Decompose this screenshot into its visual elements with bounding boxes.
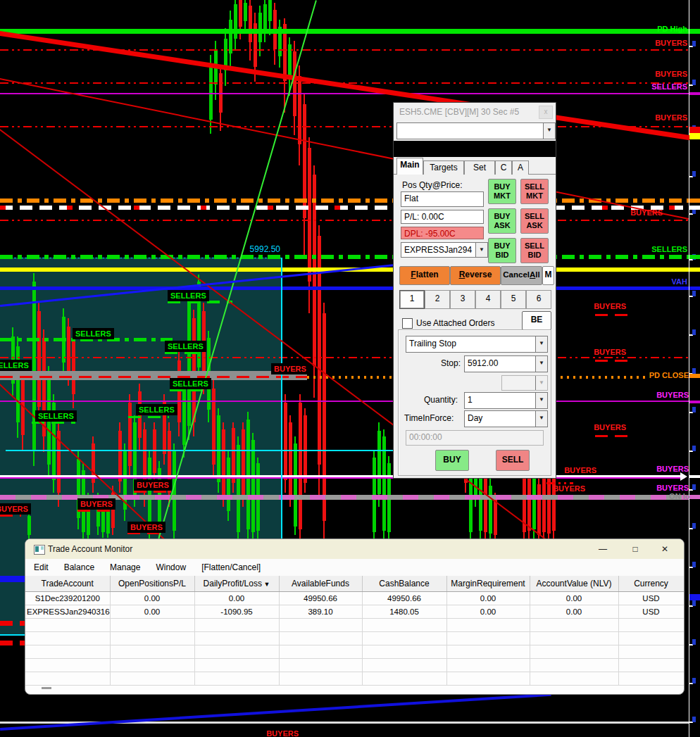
scale-label-fragment	[692, 291, 696, 296]
chevron-down-icon[interactable]: ▼	[535, 393, 547, 408]
table-row-empty[interactable]	[25, 619, 684, 632]
buy-bid-button[interactable]: BUYBID	[488, 238, 516, 263]
cell: 0.00	[446, 592, 530, 605]
scale-price-marker	[689, 286, 700, 290]
close-icon[interactable]: x	[539, 106, 553, 119]
pl-field[interactable]: P/L: 0.00C	[401, 210, 484, 224]
tab-c[interactable]: C	[495, 160, 512, 175]
qty-preset-1[interactable]: 1	[399, 290, 425, 309]
chevron-down-icon[interactable]: ▼	[535, 411, 547, 427]
table-row-empty[interactable]	[25, 672, 684, 686]
cell	[110, 659, 194, 672]
chevron-down-icon[interactable]: ▼	[535, 336, 547, 352]
candle	[239, 0, 242, 27]
menu-item-window[interactable]: Window	[156, 562, 186, 572]
qty-preset-4[interactable]: 4	[475, 290, 501, 309]
scale-price-marker	[689, 133, 700, 139]
qty-preset-5[interactable]: 5	[501, 290, 526, 309]
sell-button[interactable]: SELL	[496, 450, 530, 471]
column-header[interactable]: OpenPositionsP/L	[110, 576, 194, 592]
tab-a[interactable]: A	[512, 160, 529, 175]
account-combo[interactable]: EXPRESSJan294 ▼	[401, 242, 488, 258]
buy-ask-button[interactable]: BUYASK	[488, 208, 516, 234]
minimize-icon[interactable]: —	[591, 542, 615, 556]
table-row[interactable]: EXPRESSJan294031640.00-1090.95389.101480…	[25, 605, 684, 619]
cell: 389.10	[279, 605, 362, 619]
menu-item-manage[interactable]: Manage	[110, 562, 140, 572]
scale-price-marker	[689, 206, 700, 210]
menu-item-balance[interactable]: Balance	[64, 562, 94, 572]
chevron-down-icon[interactable]: ▼	[475, 243, 487, 257]
column-header[interactable]: CashBalance	[362, 576, 446, 592]
maximize-icon[interactable]: □	[623, 542, 647, 556]
dom-titlebar[interactable]: ESH5.CME [CBV][M] 30 Sec #5 x	[394, 103, 556, 121]
menu-item-flattencancel[interactable]: [Flatten/Cancel]	[201, 562, 261, 572]
sellers-label: SELLERS	[170, 378, 211, 389]
chevron-down-icon: ▼	[535, 376, 547, 390]
cell: USD	[618, 592, 684, 605]
scale-price-marker	[689, 92, 700, 95]
use-attached-orders-checkbox[interactable]	[402, 318, 413, 329]
cell	[25, 672, 110, 686]
scale-price-marker	[689, 255, 700, 259]
candle	[537, 484, 541, 535]
cell	[446, 659, 530, 672]
tam-titlebar[interactable]: Trade Account Monitor — □ ✕	[25, 539, 684, 559]
menu-item-edit[interactable]: Edit	[34, 562, 49, 572]
m-button[interactable]: M	[542, 266, 554, 285]
cell	[25, 619, 110, 632]
horizontal-scrollbar-thumb[interactable]	[42, 687, 51, 689]
qty-preset-2[interactable]: 2	[425, 290, 450, 309]
cell	[530, 619, 618, 632]
column-header[interactable]: TradeAccount	[25, 576, 110, 592]
cell	[446, 672, 530, 686]
cell: 0.00	[194, 592, 279, 605]
sell-bid-button[interactable]: SELLBID	[520, 238, 549, 263]
sell-ask-button[interactable]: SELLASK	[520, 208, 549, 234]
qty-preset-6[interactable]: 6	[526, 290, 551, 309]
pos-qty-field[interactable]: Flat	[401, 191, 484, 207]
qty-preset-3[interactable]: 3	[450, 290, 475, 309]
chevron-down-icon[interactable]: ▼	[543, 123, 555, 139]
chevron-down-icon[interactable]: ▼	[535, 356, 547, 372]
price-level-line	[0, 93, 689, 94]
column-header[interactable]: AvailableFunds	[279, 576, 362, 592]
price-level-line	[0, 286, 689, 290]
price-level-line	[128, 416, 169, 418]
tab-main[interactable]: Main	[396, 158, 423, 175]
cell: 49950.66	[362, 592, 446, 605]
price-level-line	[0, 376, 307, 378]
reverse-button[interactable]: Reverse	[450, 266, 501, 285]
cell	[530, 632, 618, 645]
quantity-combo[interactable]: 1 ▼	[464, 392, 548, 409]
buy-button[interactable]: BUY	[435, 450, 469, 471]
price-level-line	[0, 126, 689, 127]
be-button[interactable]: BE	[522, 311, 551, 330]
cancel-all-button[interactable]: CancelAll	[501, 266, 542, 285]
order-type-combo[interactable]: Trailing Stop ▼	[406, 336, 548, 353]
column-header[interactable]: DailyProfit/Loss ▼	[194, 576, 279, 592]
tab-targets[interactable]: Targets	[423, 160, 464, 175]
scale-label-fragment	[692, 523, 696, 529]
table-row-empty[interactable]	[25, 632, 684, 645]
cell	[194, 632, 279, 645]
column-header[interactable]: MarginRequirement	[446, 576, 530, 592]
price-scale[interactable]	[689, 0, 700, 737]
flatten-button[interactable]: Flatten	[399, 266, 450, 285]
buy-mkt-button[interactable]: BUYMKT	[488, 179, 516, 204]
sellers-label: SELLERS	[0, 360, 32, 371]
close-icon[interactable]: ✕	[653, 542, 677, 556]
tab-set[interactable]: Set	[464, 160, 495, 175]
symbol-combo[interactable]: ▼	[396, 122, 556, 139]
table-row[interactable]: S1Dec2392012000.000.0049950.6649950.660.…	[25, 592, 684, 605]
sell-mkt-button[interactable]: SELLMKT	[520, 179, 549, 204]
buyers-label: BUYERS	[127, 522, 165, 533]
stop-price-combo[interactable]: 5912.00 ▼	[464, 355, 548, 372]
column-header[interactable]: Currency	[618, 576, 684, 592]
scale-price-marker	[689, 127, 700, 133]
column-header[interactable]: AccountValue (NLV)	[530, 576, 618, 592]
table-row-empty[interactable]	[25, 659, 684, 672]
table-row-empty[interactable]	[25, 645, 684, 659]
price-level-line	[595, 360, 629, 362]
tif-combo[interactable]: Day ▼	[464, 410, 548, 427]
